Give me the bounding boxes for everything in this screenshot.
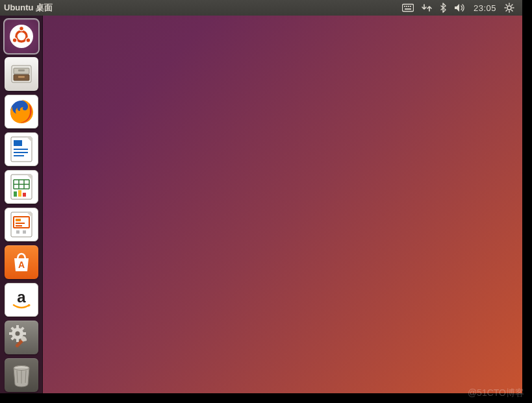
ubuntu-logo-icon (8, 23, 34, 49)
launcher-dash[interactable] (5, 19, 38, 53)
svg-point-17 (19, 27, 23, 31)
file-cabinet-icon (8, 61, 34, 87)
bluetooth-indicator[interactable] (436, 0, 450, 16)
svg-rect-5 (405, 8, 411, 10)
unity-launcher: A a (0, 16, 43, 393)
svg-line-14 (506, 10, 507, 12)
impress-icon (10, 211, 33, 238)
session-cog-icon (504, 3, 514, 13)
launcher-settings[interactable] (5, 321, 38, 354)
svg-rect-48 (23, 230, 26, 234)
launcher-writer[interactable] (5, 132, 38, 166)
svg-rect-47 (16, 230, 19, 234)
launcher-impress[interactable] (5, 208, 38, 241)
svg-line-13 (512, 5, 513, 6)
svg-rect-1 (404, 6, 405, 7)
svg-rect-44 (16, 219, 21, 221)
svg-text:a: a (17, 288, 26, 306)
desktop-wallpaper[interactable] (0, 0, 522, 393)
active-app-title: Ubuntu 桌面 (4, 2, 53, 14)
keyboard-indicator[interactable] (398, 0, 418, 16)
trash-icon (10, 362, 33, 388)
launcher-amazon[interactable]: a (5, 283, 38, 317)
gear-wrench-icon (8, 324, 35, 351)
launcher-calc[interactable] (5, 170, 38, 204)
svg-point-6 (507, 6, 511, 10)
svg-rect-40 (18, 190, 21, 197)
svg-point-52 (15, 332, 19, 336)
launcher-software[interactable]: A (5, 245, 38, 279)
bluetooth-icon (440, 3, 446, 13)
launcher-trash[interactable] (5, 358, 38, 392)
volume-indicator[interactable] (450, 0, 470, 16)
svg-rect-53 (16, 325, 19, 328)
svg-rect-56 (23, 332, 26, 335)
volume-icon (454, 3, 466, 12)
session-indicator[interactable] (500, 0, 518, 16)
network-icon (422, 3, 432, 12)
svg-point-19 (25, 38, 30, 43)
svg-line-11 (506, 5, 507, 6)
launcher-firefox[interactable] (5, 95, 38, 128)
svg-rect-23 (18, 69, 25, 71)
network-indicator[interactable] (418, 0, 436, 16)
clock[interactable]: 23:05 (470, 0, 500, 16)
svg-rect-24 (18, 76, 25, 78)
svg-text:A: A (18, 260, 24, 270)
svg-rect-41 (23, 193, 26, 197)
watermark: @51CTO博客 (468, 387, 524, 399)
top-menubar: Ubuntu 桌面 23:05 (0, 0, 522, 16)
svg-rect-54 (16, 339, 19, 342)
launcher-files[interactable] (5, 57, 38, 91)
amazon-icon: a (8, 287, 34, 313)
svg-rect-39 (14, 191, 17, 197)
svg-rect-4 (410, 6, 411, 7)
writer-icon (10, 136, 33, 163)
shopping-bag-icon: A (10, 250, 33, 274)
svg-line-12 (512, 10, 513, 12)
firefox-icon (7, 97, 36, 126)
svg-point-18 (12, 38, 17, 43)
keyboard-icon (402, 3, 414, 12)
svg-rect-2 (406, 6, 407, 7)
svg-rect-3 (408, 6, 409, 7)
svg-rect-55 (9, 332, 12, 335)
calc-icon (10, 173, 33, 201)
svg-rect-27 (14, 140, 22, 146)
svg-rect-46 (16, 225, 22, 226)
svg-rect-45 (16, 223, 25, 224)
svg-rect-0 (402, 5, 413, 12)
